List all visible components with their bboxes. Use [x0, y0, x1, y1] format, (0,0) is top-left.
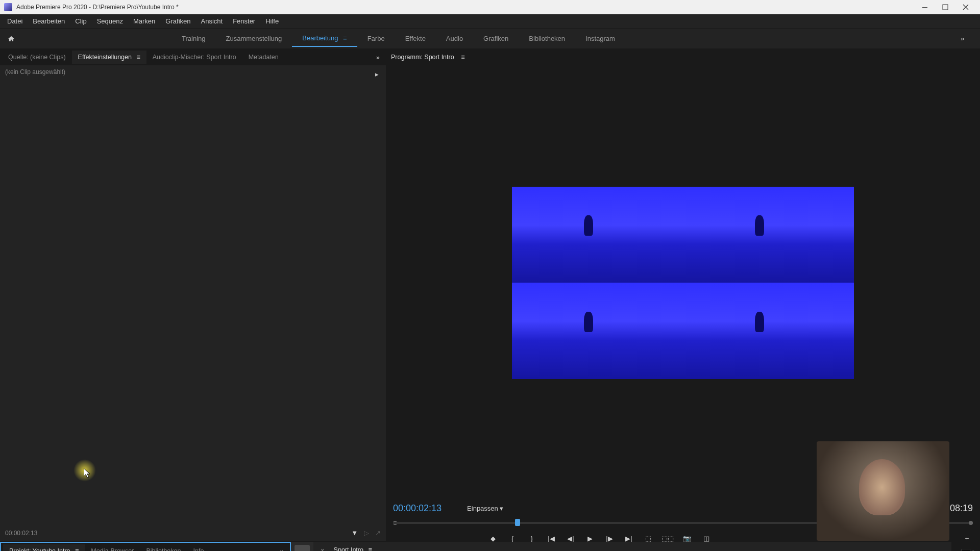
video-quad-tl [512, 187, 683, 283]
svg-rect-1 [943, 5, 948, 10]
workspace-graphics[interactable]: Grafiken [473, 31, 519, 46]
close-button[interactable] [955, 0, 976, 14]
timeline-panel: × Sport Intro ≡ 00:00:02:13 ❄ ⚬ 🔖 ⚙ 🔧 [315, 542, 951, 551]
tab-source[interactable]: Quelle: (keine Clips) [2, 51, 72, 64]
scrubber-handle-right[interactable] [969, 521, 973, 525]
audio-meter-bar[interactable]: 0-2-4-6-8-10-12-14-16-18-20-24-30-36-42-… [961, 549, 970, 551]
home-button[interactable] [4, 32, 18, 46]
tab-audio-mixer[interactable]: Audioclip-Mischer: Sport Intro [146, 51, 242, 64]
video-quad-br [683, 283, 854, 379]
tab-info[interactable]: Info [187, 544, 210, 551]
tab-program-label: Programm: Sport Intro [391, 54, 454, 61]
tab-project-label: Projekt: Youtube Intro [9, 547, 70, 551]
play-only-icon[interactable]: ▷ [364, 529, 369, 537]
project-panel: Projekt: Youtube Intro ≡ Media-Browser B… [0, 542, 291, 551]
sequence-menu-icon[interactable]: ≡ [368, 546, 372, 551]
selection-tool[interactable]: ▸ [295, 545, 310, 551]
no-clip-label: (kein Clip ausgewählt) [5, 68, 381, 76]
sequence-name-label: Sport Intro [334, 546, 363, 551]
menu-graphics[interactable]: Grafiken [160, 15, 195, 27]
program-video [512, 187, 854, 379]
menubar: Datei Bearbeiten Clip Sequenz Marken Gra… [0, 14, 980, 29]
program-fit-select[interactable]: Einpassen ▾ [467, 505, 503, 512]
video-quad-tr [683, 187, 854, 283]
filter-icon[interactable]: ▼ [351, 529, 358, 537]
tab-metadata[interactable]: Metadaten [242, 51, 285, 64]
scrubber-playhead[interactable] [515, 519, 520, 526]
timeline-tabs: × Sport Intro ≡ [315, 542, 951, 551]
menu-file[interactable]: Datei [2, 15, 28, 27]
minimize-button[interactable] [915, 0, 935, 14]
menu-edit[interactable]: Bearbeiten [28, 15, 70, 27]
audio-meters: 0-2-4-6-8-10-12-14-16-18-20-24-30-36-42-… [951, 542, 980, 551]
menu-clip[interactable]: Clip [70, 15, 91, 27]
source-panel-overflow[interactable]: » [372, 52, 384, 63]
source-panel-tabs: Quelle: (keine Clips) Effekteinstellunge… [0, 49, 386, 65]
program-menu-icon[interactable]: ≡ [461, 54, 464, 61]
tab-sequence[interactable]: Sport Intro ≡ [328, 543, 378, 551]
workspace-editing-label: Bearbeitung [302, 34, 338, 42]
video-quad-bl [512, 283, 683, 379]
titlebar: Adobe Premiere Pro 2020 - D:\Premiere Pr… [0, 0, 980, 14]
svg-rect-0 [922, 7, 927, 8]
workspace-menu-icon[interactable]: ≡ [343, 34, 347, 42]
workspace-libraries[interactable]: Bibliotheken [519, 31, 575, 46]
tab-project[interactable]: Projekt: Youtube Intro ≡ [3, 544, 85, 551]
source-timecode[interactable]: 00:00:02:13 [5, 530, 37, 537]
menu-window[interactable]: Fenster [228, 15, 260, 27]
panel-menu-icon[interactable]: ≡ [136, 54, 140, 61]
workspace-training[interactable]: Training [172, 31, 215, 46]
tab-libraries[interactable]: Bibliotheken [140, 544, 187, 551]
program-viewer[interactable] [386, 65, 980, 500]
tab-media-browser[interactable]: Media-Browser [85, 544, 140, 551]
maximize-button[interactable] [935, 0, 955, 14]
project-menu-icon[interactable]: ≡ [75, 547, 79, 551]
workspace-color[interactable]: Farbe [357, 31, 395, 46]
close-sequence-icon[interactable]: × [317, 546, 328, 552]
workspace-editing[interactable]: Bearbeitung ≡ [292, 30, 357, 47]
tab-effect-controls[interactable]: Effekteinstellungen ≡ [72, 51, 146, 64]
effect-controls-panel: (kein Clip ausgewählt) ▸ 00:00:02:13 ▼ ▷… [0, 65, 386, 541]
webcam-overlay [817, 441, 949, 541]
export-frame-icon[interactable]: ↗ [375, 529, 381, 537]
workspace-effects[interactable]: Effekte [395, 31, 436, 46]
program-panel-tabs: Programm: Sport Intro ≡ [386, 49, 980, 65]
workspace-bar: Training Zusammenstellung Bearbeitung ≡ … [0, 29, 980, 49]
program-timecode-in[interactable]: 00:00:02:13 [393, 503, 442, 514]
program-fit-label: Einpassen [467, 505, 498, 512]
project-panel-tabs: Projekt: Youtube Intro ≡ Media-Browser B… [1, 543, 290, 551]
menu-sequence[interactable]: Sequenz [92, 15, 128, 27]
tab-program[interactable]: Programm: Sport Intro ≡ [391, 54, 464, 61]
app-icon [4, 3, 12, 11]
tab-effect-controls-label: Effekteinstellungen [78, 54, 132, 61]
timeline-tools: ▸ ⬌ ⟷ ✂ ⟺ ✒ ✋ T [291, 542, 313, 551]
workspace-overflow-icon[interactable]: » [961, 35, 971, 42]
menu-view[interactable]: Ansicht [195, 15, 228, 27]
workspace-assembly[interactable]: Zusammenstellung [215, 31, 292, 46]
menu-help[interactable]: Hilfe [260, 15, 284, 27]
menu-marker[interactable]: Marken [128, 15, 160, 27]
project-panel-overflow[interactable]: » [276, 545, 288, 552]
window-title: Adobe Premiere Pro 2020 - D:\Premiere Pr… [16, 4, 179, 11]
expand-icon[interactable]: ▸ [375, 70, 379, 78]
workspace-instagram[interactable]: Instagram [575, 31, 625, 46]
workspace-audio[interactable]: Audio [436, 31, 473, 46]
